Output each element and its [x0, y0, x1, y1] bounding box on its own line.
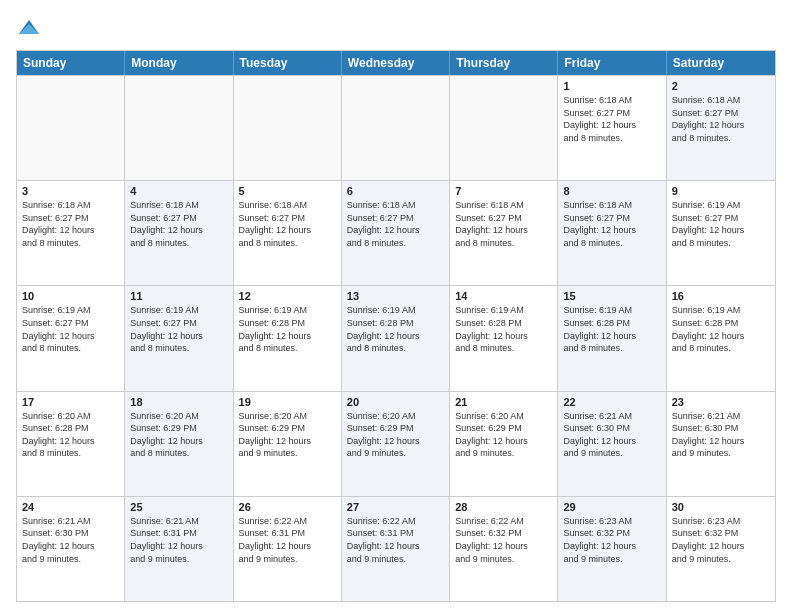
- calendar-cell: 7Sunrise: 6:18 AM Sunset: 6:27 PM Daylig…: [450, 181, 558, 285]
- calendar-header-cell: Wednesday: [342, 51, 450, 75]
- calendar: SundayMondayTuesdayWednesdayThursdayFrid…: [16, 50, 776, 602]
- calendar-cell: 19Sunrise: 6:20 AM Sunset: 6:29 PM Dayli…: [234, 392, 342, 496]
- day-number: 12: [239, 290, 336, 302]
- calendar-header-row: SundayMondayTuesdayWednesdayThursdayFrid…: [17, 51, 775, 75]
- day-number: 19: [239, 396, 336, 408]
- day-number: 27: [347, 501, 444, 513]
- cell-info: Sunrise: 6:22 AM Sunset: 6:31 PM Dayligh…: [239, 515, 336, 565]
- cell-info: Sunrise: 6:19 AM Sunset: 6:27 PM Dayligh…: [130, 304, 227, 354]
- calendar-cell: 4Sunrise: 6:18 AM Sunset: 6:27 PM Daylig…: [125, 181, 233, 285]
- cell-info: Sunrise: 6:21 AM Sunset: 6:30 PM Dayligh…: [672, 410, 770, 460]
- cell-info: Sunrise: 6:21 AM Sunset: 6:30 PM Dayligh…: [563, 410, 660, 460]
- calendar-header-cell: Friday: [558, 51, 666, 75]
- day-number: 30: [672, 501, 770, 513]
- day-number: 6: [347, 185, 444, 197]
- day-number: 9: [672, 185, 770, 197]
- calendar-cell: 16Sunrise: 6:19 AM Sunset: 6:28 PM Dayli…: [667, 286, 775, 390]
- cell-info: Sunrise: 6:18 AM Sunset: 6:27 PM Dayligh…: [130, 199, 227, 249]
- calendar-cell: 28Sunrise: 6:22 AM Sunset: 6:32 PM Dayli…: [450, 497, 558, 601]
- cell-info: Sunrise: 6:21 AM Sunset: 6:30 PM Dayligh…: [22, 515, 119, 565]
- cell-info: Sunrise: 6:19 AM Sunset: 6:28 PM Dayligh…: [347, 304, 444, 354]
- calendar-cell: 22Sunrise: 6:21 AM Sunset: 6:30 PM Dayli…: [558, 392, 666, 496]
- cell-info: Sunrise: 6:20 AM Sunset: 6:29 PM Dayligh…: [347, 410, 444, 460]
- cell-info: Sunrise: 6:20 AM Sunset: 6:29 PM Dayligh…: [455, 410, 552, 460]
- calendar-cell: 14Sunrise: 6:19 AM Sunset: 6:28 PM Dayli…: [450, 286, 558, 390]
- calendar-cell: 21Sunrise: 6:20 AM Sunset: 6:29 PM Dayli…: [450, 392, 558, 496]
- day-number: 14: [455, 290, 552, 302]
- calendar-cell: [17, 76, 125, 180]
- calendar-header-cell: Saturday: [667, 51, 775, 75]
- day-number: 4: [130, 185, 227, 197]
- day-number: 28: [455, 501, 552, 513]
- cell-info: Sunrise: 6:20 AM Sunset: 6:29 PM Dayligh…: [130, 410, 227, 460]
- cell-info: Sunrise: 6:19 AM Sunset: 6:28 PM Dayligh…: [455, 304, 552, 354]
- calendar-cell: 9Sunrise: 6:19 AM Sunset: 6:27 PM Daylig…: [667, 181, 775, 285]
- calendar-cell: [450, 76, 558, 180]
- svg-marker-1: [19, 24, 39, 34]
- calendar-cell: [125, 76, 233, 180]
- day-number: 10: [22, 290, 119, 302]
- cell-info: Sunrise: 6:20 AM Sunset: 6:28 PM Dayligh…: [22, 410, 119, 460]
- cell-info: Sunrise: 6:19 AM Sunset: 6:28 PM Dayligh…: [239, 304, 336, 354]
- cell-info: Sunrise: 6:19 AM Sunset: 6:28 PM Dayligh…: [563, 304, 660, 354]
- calendar-header-cell: Sunday: [17, 51, 125, 75]
- cell-info: Sunrise: 6:19 AM Sunset: 6:28 PM Dayligh…: [672, 304, 770, 354]
- day-number: 21: [455, 396, 552, 408]
- day-number: 3: [22, 185, 119, 197]
- calendar-cell: 8Sunrise: 6:18 AM Sunset: 6:27 PM Daylig…: [558, 181, 666, 285]
- calendar-cell: 6Sunrise: 6:18 AM Sunset: 6:27 PM Daylig…: [342, 181, 450, 285]
- calendar-cell: 1Sunrise: 6:18 AM Sunset: 6:27 PM Daylig…: [558, 76, 666, 180]
- day-number: 16: [672, 290, 770, 302]
- cell-info: Sunrise: 6:18 AM Sunset: 6:27 PM Dayligh…: [455, 199, 552, 249]
- calendar-cell: 17Sunrise: 6:20 AM Sunset: 6:28 PM Dayli…: [17, 392, 125, 496]
- cell-info: Sunrise: 6:18 AM Sunset: 6:27 PM Dayligh…: [347, 199, 444, 249]
- calendar-header-cell: Thursday: [450, 51, 558, 75]
- cell-info: Sunrise: 6:20 AM Sunset: 6:29 PM Dayligh…: [239, 410, 336, 460]
- day-number: 23: [672, 396, 770, 408]
- calendar-cell: 13Sunrise: 6:19 AM Sunset: 6:28 PM Dayli…: [342, 286, 450, 390]
- day-number: 22: [563, 396, 660, 408]
- calendar-cell: 15Sunrise: 6:19 AM Sunset: 6:28 PM Dayli…: [558, 286, 666, 390]
- day-number: 7: [455, 185, 552, 197]
- day-number: 24: [22, 501, 119, 513]
- calendar-cell: 20Sunrise: 6:20 AM Sunset: 6:29 PM Dayli…: [342, 392, 450, 496]
- calendar-cell: 10Sunrise: 6:19 AM Sunset: 6:27 PM Dayli…: [17, 286, 125, 390]
- calendar-row: 17Sunrise: 6:20 AM Sunset: 6:28 PM Dayli…: [17, 391, 775, 496]
- calendar-body: 1Sunrise: 6:18 AM Sunset: 6:27 PM Daylig…: [17, 75, 775, 601]
- calendar-cell: 25Sunrise: 6:21 AM Sunset: 6:31 PM Dayli…: [125, 497, 233, 601]
- cell-info: Sunrise: 6:18 AM Sunset: 6:27 PM Dayligh…: [563, 199, 660, 249]
- calendar-row: 1Sunrise: 6:18 AM Sunset: 6:27 PM Daylig…: [17, 75, 775, 180]
- calendar-cell: 27Sunrise: 6:22 AM Sunset: 6:31 PM Dayli…: [342, 497, 450, 601]
- day-number: 26: [239, 501, 336, 513]
- calendar-header-cell: Monday: [125, 51, 233, 75]
- calendar-row: 3Sunrise: 6:18 AM Sunset: 6:27 PM Daylig…: [17, 180, 775, 285]
- day-number: 8: [563, 185, 660, 197]
- cell-info: Sunrise: 6:22 AM Sunset: 6:32 PM Dayligh…: [455, 515, 552, 565]
- cell-info: Sunrise: 6:23 AM Sunset: 6:32 PM Dayligh…: [563, 515, 660, 565]
- cell-info: Sunrise: 6:19 AM Sunset: 6:27 PM Dayligh…: [672, 199, 770, 249]
- logo: [16, 16, 41, 40]
- calendar-cell: 2Sunrise: 6:18 AM Sunset: 6:27 PM Daylig…: [667, 76, 775, 180]
- calendar-row: 10Sunrise: 6:19 AM Sunset: 6:27 PM Dayli…: [17, 285, 775, 390]
- day-number: 11: [130, 290, 227, 302]
- day-number: 17: [22, 396, 119, 408]
- day-number: 2: [672, 80, 770, 92]
- cell-info: Sunrise: 6:19 AM Sunset: 6:27 PM Dayligh…: [22, 304, 119, 354]
- day-number: 1: [563, 80, 660, 92]
- cell-info: Sunrise: 6:21 AM Sunset: 6:31 PM Dayligh…: [130, 515, 227, 565]
- cell-info: Sunrise: 6:23 AM Sunset: 6:32 PM Dayligh…: [672, 515, 770, 565]
- day-number: 5: [239, 185, 336, 197]
- calendar-cell: [342, 76, 450, 180]
- page: SundayMondayTuesdayWednesdayThursdayFrid…: [0, 0, 792, 612]
- calendar-cell: [234, 76, 342, 180]
- calendar-header-cell: Tuesday: [234, 51, 342, 75]
- cell-info: Sunrise: 6:18 AM Sunset: 6:27 PM Dayligh…: [563, 94, 660, 144]
- day-number: 13: [347, 290, 444, 302]
- day-number: 15: [563, 290, 660, 302]
- cell-info: Sunrise: 6:18 AM Sunset: 6:27 PM Dayligh…: [672, 94, 770, 144]
- calendar-cell: 11Sunrise: 6:19 AM Sunset: 6:27 PM Dayli…: [125, 286, 233, 390]
- calendar-cell: 5Sunrise: 6:18 AM Sunset: 6:27 PM Daylig…: [234, 181, 342, 285]
- day-number: 29: [563, 501, 660, 513]
- logo-icon: [17, 16, 41, 40]
- calendar-cell: 29Sunrise: 6:23 AM Sunset: 6:32 PM Dayli…: [558, 497, 666, 601]
